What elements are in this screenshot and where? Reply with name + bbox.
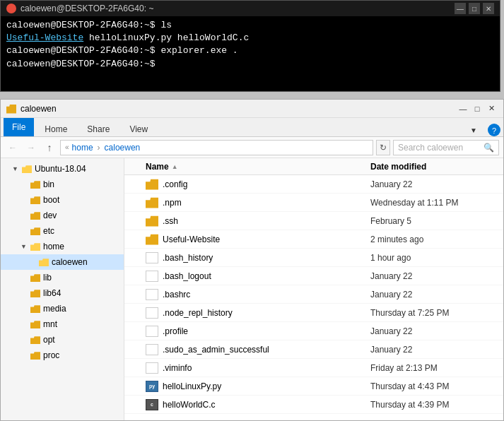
back-button[interactable]: ← [5,140,20,155]
terminal-line-4: caloewen@DESKTOP-2FA6G40:~$ [6,58,494,71]
expand-arrow-ubuntu: ▼ [12,165,19,172]
file-name: .node_repl_history [163,308,370,318]
doc-file-icon [146,344,158,355]
sidebar-item-caloewen[interactable]: caloewen [1,254,124,270]
table-row[interactable]: .sudo_as_admin_successful January 22 [124,340,503,359]
sidebar-item-home[interactable]: ▼ home [1,239,124,254]
file-name: .viminfo [163,363,370,373]
sidebar-label-mnt: mnt [43,319,57,329]
sidebar-item-media[interactable]: media [1,301,124,316]
tab-home[interactable]: Home [35,121,76,136]
sidebar-label-lib64: lib64 [43,288,61,298]
file-name: .config [163,179,370,189]
file-date: 1 hour ago [370,253,498,263]
file-list: Name ▲ Date modified .config January 22 … [124,158,503,420]
ribbon-tabs: File Home Share View ▼ ? [1,118,503,136]
explorer-maximize-button[interactable]: □ [471,102,484,115]
terminal-prompt-3: caloewen@DESKTOP-2FA6G40:~$ [6,59,156,69]
doc-file-icon [146,252,158,263]
tab-view[interactable]: View [120,121,157,136]
sidebar-item-etc[interactable]: etc [1,223,124,239]
explorer-controls: — □ ✕ [457,102,498,115]
explorer-window: caloewen — □ ✕ File Home Share View ▼ ? … [0,99,504,421]
terminal-minimize-button[interactable]: — [455,3,466,14]
table-row[interactable]: .ssh February 5 [124,212,503,230]
terminal-line-2: Useful-Website helloLinuxPy.py helloWorl… [6,32,494,45]
terminal-prompt-2: caloewen@DESKTOP-2FA6G40:~$ [6,45,156,56]
table-row[interactable]: .npm Wednesday at 1:11 PM [124,194,503,212]
header-name[interactable]: Name ▲ [146,162,370,172]
file-date: January 22 [370,271,498,281]
file-name: .bash_logout [163,271,370,281]
address-chevron: « [65,143,69,151]
file-name: .sudo_as_admin_successful [163,345,370,355]
folder-icon [146,179,158,190]
tab-share[interactable]: Share [78,121,119,136]
address-caloewen[interactable]: caloewen [105,143,141,153]
sidebar-folder-icon-bin [30,180,40,189]
table-row[interactable]: .node_repl_history Thursday at 7:25 PM [124,304,503,322]
table-row[interactable]: .profile January 22 [124,322,503,340]
table-row[interactable]: .config January 22 [124,175,503,194]
explorer-close-button[interactable]: ✕ [485,102,498,115]
file-name: Useful-Website [163,235,370,244]
sidebar-item-bin[interactable]: bin [1,177,124,192]
explorer-titlebar: caloewen — □ ✕ [1,100,503,118]
expand-arrow-home: ▼ [20,243,28,250]
search-bar[interactable]: Search caloewen 🔍 [393,140,499,155]
sidebar-item-dev[interactable]: dev [1,208,124,223]
sidebar-label-ubuntu: Ubuntu-18.04 [35,164,86,174]
explorer-minimize-button[interactable]: — [457,102,469,115]
file-name: .npm [163,198,370,208]
doc-file-icon [146,271,158,282]
table-row[interactable]: py helloLinuxPy.py Thursday at 4:43 PM [124,377,503,396]
file-date: January 22 [370,179,498,189]
refresh-button[interactable]: ↻ [376,140,390,155]
terminal-title-text: caloewen@DESKTOP-2FA6G40: ~ [20,4,153,13]
file-date: 2 minutes ago [370,235,498,244]
doc-file-icon [146,307,158,319]
terminal-titlebar: caloewen@DESKTOP-2FA6G40: ~ — □ ✕ [1,1,500,16]
table-row[interactable]: Useful-Website 2 minutes ago [124,230,503,249]
explorer-folder-icon [6,104,16,114]
forward-button[interactable]: → [23,140,39,155]
sidebar-label-opt: opt [43,335,55,345]
search-icon: 🔍 [484,143,494,153]
sidebar-item-lib64[interactable]: lib64 [1,285,124,301]
table-row[interactable]: .bash_logout January 22 [124,267,503,285]
tab-expand-button[interactable]: ▼ [461,124,486,136]
tab-help-button[interactable]: ? [488,124,500,136]
file-name: .profile [163,326,370,336]
table-row[interactable]: .viminfo Friday at 2:13 PM [124,359,503,377]
terminal-maximize-button[interactable]: □ [469,3,480,14]
table-row[interactable]: .bash_history 1 hour ago [124,249,503,267]
tab-file[interactable]: File [4,118,34,136]
file-date: January 22 [370,326,498,336]
main-content: ▼ Ubuntu-18.04 bin boot dev [1,158,503,420]
up-button[interactable]: ↑ [42,140,57,155]
table-row[interactable]: .bashrc January 22 [124,285,503,304]
table-row[interactable]: c helloWorldC.c Thursday at 4:39 PM [124,396,503,414]
folder-icon [146,234,158,245]
sidebar-label-media: media [43,304,66,314]
sidebar-item-opt[interactable]: opt [1,332,124,348]
terminal-body: caloewen@DESKTOP-2FA6G40:~$ ls Useful-We… [1,16,500,73]
sidebar-folder-icon-proc [30,351,40,360]
sidebar-item-boot[interactable]: boot [1,192,124,208]
terminal-icon [6,4,16,13]
folder-icon [146,215,158,227]
sidebar-item-mnt[interactable]: mnt [1,316,124,332]
address-bar[interactable]: « home › caloewen [60,140,373,155]
sidebar-item-proc[interactable]: proc [1,348,124,363]
sidebar-label-bin: bin [43,179,54,189]
sidebar-item-lib[interactable]: lib [1,270,124,285]
terminal-close-button[interactable]: ✕ [483,3,494,14]
file-name: .ssh [163,216,370,226]
folder-icon [146,197,158,208]
sidebar-item-ubuntu[interactable]: ▼ Ubuntu-18.04 [1,161,124,177]
sidebar-folder-icon-etc [30,227,40,235]
header-date[interactable]: Date modified [370,162,498,172]
sidebar-folder-icon-dev [30,211,40,220]
address-home[interactable]: home [72,143,93,153]
terminal-cmd-1: ls [160,20,172,30]
